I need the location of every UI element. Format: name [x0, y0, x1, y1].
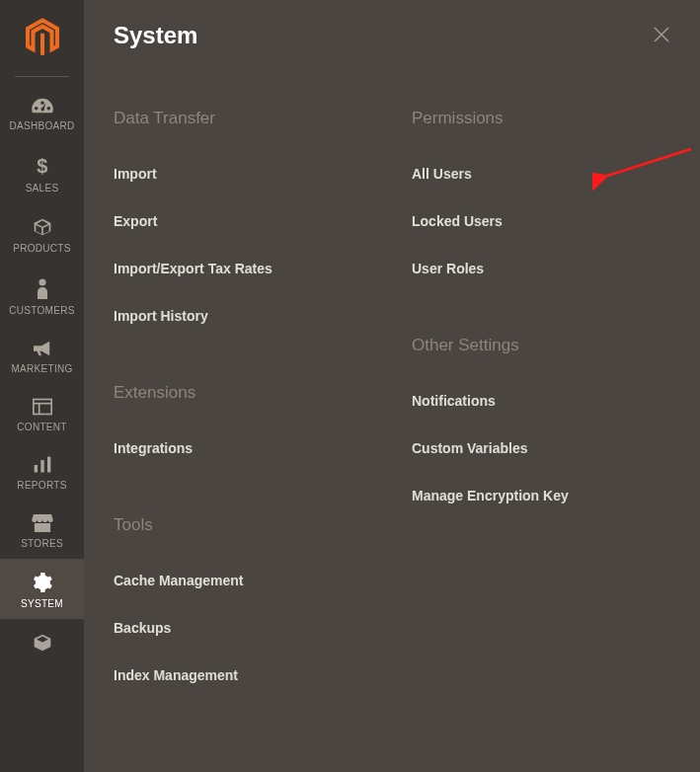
panel-header: System [114, 22, 670, 49]
magento-logo[interactable] [0, 0, 84, 64]
close-button[interactable] [653, 26, 670, 46]
nav-stores[interactable]: STORES [0, 501, 84, 559]
nav-label: REPORTS [17, 480, 66, 491]
cube-icon [33, 633, 52, 653]
menu-manage-encryption-key[interactable]: Manage Encryption Key [412, 488, 670, 503]
menu-integrations[interactable]: Integrations [114, 440, 372, 456]
menu-backups[interactable]: Backups [114, 620, 372, 636]
section-title: Permissions [412, 109, 670, 128]
box-icon [33, 217, 52, 237]
nav-label: STORES [21, 538, 63, 549]
svg-rect-6 [40, 460, 43, 473]
nav-content[interactable]: CONTENT [0, 384, 84, 442]
column-left: Data Transfer Import Export Import/Expor… [114, 109, 372, 742]
menu-cache-management[interactable]: Cache Management [114, 573, 372, 588]
magento-icon [26, 18, 59, 57]
store-icon [32, 514, 53, 532]
section-other-settings: Other Settings Notifications Custom Vari… [412, 336, 670, 503]
nav-dashboard[interactable]: DASHBOARD [0, 83, 84, 141]
menu-custom-variables[interactable]: Custom Variables [412, 440, 670, 456]
section-extensions: Extensions Integrations [114, 383, 372, 456]
menu-locked-users[interactable]: Locked Users [412, 213, 670, 229]
close-icon [653, 26, 670, 43]
nav-products[interactable]: PRODUCTS [0, 203, 84, 264]
gauge-icon [32, 97, 53, 115]
bar-chart-icon [33, 456, 52, 474]
menu-import[interactable]: Import [114, 166, 372, 182]
megaphone-icon [32, 340, 53, 357]
menu-export[interactable]: Export [114, 213, 372, 229]
menu-columns: Data Transfer Import Export Import/Expor… [114, 109, 670, 742]
nav-label: SYSTEM [21, 598, 63, 609]
menu-index-management[interactable]: Index Management [114, 667, 372, 683]
svg-text:$: $ [37, 155, 47, 177]
section-title: Extensions [114, 383, 372, 403]
nav-label: SALES [26, 183, 59, 193]
menu-import-history[interactable]: Import History [114, 308, 372, 324]
layout-icon [33, 398, 52, 416]
svg-point-1 [39, 279, 45, 286]
svg-rect-7 [47, 457, 50, 473]
nav-label: CONTENT [17, 422, 66, 432]
menu-all-users[interactable]: All Users [412, 166, 670, 182]
section-data-transfer: Data Transfer Import Export Import/Expor… [114, 109, 372, 324]
section-title: Other Settings [412, 336, 670, 355]
nav-marketing[interactable]: MARKETING [0, 326, 84, 384]
nav-label: CUSTOMERS [9, 305, 74, 316]
menu-user-roles[interactable]: User Roles [412, 261, 670, 276]
section-tools: Tools Cache Management Backups Index Man… [114, 515, 372, 683]
nav-label: PRODUCTS [13, 243, 71, 254]
dollar-icon: $ [36, 155, 49, 177]
nav-reports[interactable]: REPORTS [0, 442, 84, 501]
gear-icon [33, 573, 52, 592]
nav-label: DASHBOARD [9, 120, 74, 131]
admin-sidebar: DASHBOARD $ SALES PRODUCTS CUSTOMERS MAR… [0, 0, 84, 772]
section-permissions: Permissions All Users Locked Users User … [412, 109, 670, 276]
panel-title: System [114, 22, 197, 49]
column-right: Permissions All Users Locked Users User … [412, 109, 670, 742]
nav-system[interactable]: SYSTEM [0, 559, 84, 619]
system-flyout-panel: System Data Transfer Import Export Impor… [84, 0, 700, 772]
menu-notifications[interactable]: Notifications [412, 393, 670, 409]
nav-label: MARKETING [11, 363, 72, 374]
nav-sales[interactable]: $ SALES [0, 141, 84, 203]
person-icon [36, 277, 49, 299]
section-title: Data Transfer [114, 109, 372, 128]
section-title: Tools [114, 515, 372, 535]
svg-rect-2 [33, 400, 50, 415]
sidebar-divider [15, 76, 69, 77]
nav-customers[interactable]: CUSTOMERS [0, 264, 84, 326]
svg-rect-5 [34, 465, 37, 473]
menu-import-export-tax-rates[interactable]: Import/Export Tax Rates [114, 261, 372, 276]
nav-extra[interactable] [0, 619, 84, 658]
